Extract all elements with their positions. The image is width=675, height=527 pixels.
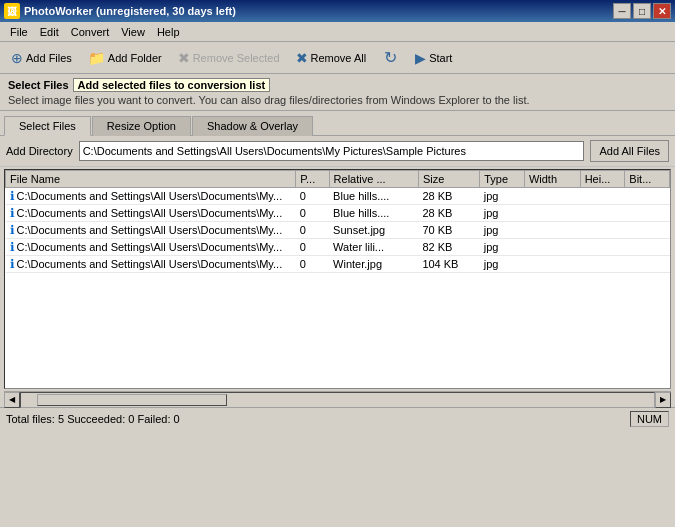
menu-edit[interactable]: Edit [34, 24, 65, 40]
cell-p-0: 0 [296, 188, 329, 205]
scrollbar-thumb[interactable] [37, 394, 227, 406]
status-bar: Total files: 5 Succeeded: 0 Failed: 0 NU… [0, 407, 675, 429]
add-all-files-button[interactable]: Add All Files [590, 140, 669, 162]
remove-selected-button[interactable]: ✖ Remove Selected [171, 45, 287, 71]
cell-filename-1: ℹC:\Documents and Settings\All Users\Doc… [6, 205, 296, 222]
toolbar: ⊕ Add Files 📁 Add Folder ✖ Remove Select… [0, 42, 675, 74]
cell-height-1 [580, 205, 625, 222]
table-row[interactable]: ℹC:\Documents and Settings\All Users\Doc… [6, 222, 670, 239]
add-files-label: Add Files [26, 52, 72, 64]
cell-width-4 [524, 256, 580, 273]
cell-height-2 [580, 222, 625, 239]
cell-size-4: 104 KB [418, 256, 479, 273]
title-text: PhotoWorker (unregistered, 30 days left) [24, 5, 236, 17]
add-folder-label: Add Folder [108, 52, 162, 64]
cell-height-4 [580, 256, 625, 273]
file-list-container: File Name P... Relative ... Size Type Wi… [4, 169, 671, 389]
cell-p-1: 0 [296, 205, 329, 222]
cell-bit-2 [625, 222, 670, 239]
menu-convert[interactable]: Convert [65, 24, 116, 40]
col-header-type[interactable]: Type [480, 171, 525, 188]
add-directory-input[interactable] [79, 141, 585, 161]
info-bar-title: Select Files Add selected files to conve… [8, 78, 667, 92]
cell-relative-2: Sunset.jpg [329, 222, 418, 239]
remove-selected-icon: ✖ [178, 50, 190, 66]
restore-button[interactable]: □ [633, 3, 651, 19]
status-text: Total files: 5 Succeeded: 0 Failed: 0 [6, 413, 180, 425]
add-folder-button[interactable]: 📁 Add Folder [81, 45, 169, 71]
scrollbar-track[interactable] [20, 392, 655, 408]
info-icon-1: ℹ [10, 206, 15, 220]
horizontal-scrollbar[interactable]: ◀ ▶ [4, 391, 671, 407]
menu-help[interactable]: Help [151, 24, 186, 40]
menu-view[interactable]: View [115, 24, 151, 40]
info-icon-0: ℹ [10, 189, 15, 203]
cell-p-4: 0 [296, 256, 329, 273]
cell-type-0: jpg [480, 188, 525, 205]
start-label: Start [429, 52, 452, 64]
col-header-width[interactable]: Width [524, 171, 580, 188]
menu-file[interactable]: File [4, 24, 34, 40]
cell-size-0: 28 KB [418, 188, 479, 205]
info-description: Select image files you want to convert. … [8, 94, 667, 106]
table-header: File Name P... Relative ... Size Type Wi… [6, 171, 670, 188]
cell-height-0 [580, 188, 625, 205]
col-header-size[interactable]: Size [418, 171, 479, 188]
scroll-right-button[interactable]: ▶ [655, 392, 671, 408]
cell-size-3: 82 KB [418, 239, 479, 256]
cell-relative-1: Blue hills.... [329, 205, 418, 222]
cell-filename-0: ℹC:\Documents and Settings\All Users\Doc… [6, 188, 296, 205]
cell-bit-3 [625, 239, 670, 256]
start-icon: ▶ [415, 50, 426, 66]
remove-all-button[interactable]: ✖ Remove All [289, 45, 374, 71]
title-bar-left: 🖼 PhotoWorker (unregistered, 30 days lef… [4, 3, 236, 19]
cell-p-3: 0 [296, 239, 329, 256]
cell-size-2: 70 KB [418, 222, 479, 239]
tab-resize-option[interactable]: Resize Option [92, 116, 191, 136]
cell-size-1: 28 KB [418, 205, 479, 222]
cell-p-2: 0 [296, 222, 329, 239]
remove-all-icon: ✖ [296, 50, 308, 66]
cell-width-2 [524, 222, 580, 239]
minimize-button[interactable]: ─ [613, 3, 631, 19]
cell-filename-4: ℹC:\Documents and Settings\All Users\Doc… [6, 256, 296, 273]
col-header-relative[interactable]: Relative ... [329, 171, 418, 188]
cell-relative-3: Water lili... [329, 239, 418, 256]
title-bar: 🖼 PhotoWorker (unregistered, 30 days lef… [0, 0, 675, 22]
add-directory-bar: Add Directory Add All Files [0, 136, 675, 167]
scroll-left-button[interactable]: ◀ [4, 392, 20, 408]
tooltip-box: Add selected files to conversion list [73, 78, 271, 92]
cell-type-3: jpg [480, 239, 525, 256]
menu-bar: File Edit Convert View Help [0, 22, 675, 42]
cell-type-2: jpg [480, 222, 525, 239]
num-lock-indicator: NUM [630, 411, 669, 427]
cell-filename-2: ℹC:\Documents and Settings\All Users\Doc… [6, 222, 296, 239]
table-row[interactable]: ℹC:\Documents and Settings\All Users\Doc… [6, 188, 670, 205]
tab-shadow-overlay[interactable]: Shadow & Overlay [192, 116, 313, 136]
cell-width-3 [524, 239, 580, 256]
col-header-height[interactable]: Hei... [580, 171, 625, 188]
info-icon-4: ℹ [10, 257, 15, 271]
table-row[interactable]: ℹC:\Documents and Settings\All Users\Doc… [6, 239, 670, 256]
title-controls: ─ □ ✕ [613, 3, 671, 19]
start-button[interactable]: ▶ Start [408, 45, 459, 71]
cell-width-1 [524, 205, 580, 222]
refresh-button[interactable]: ↻ [375, 45, 406, 71]
table-row[interactable]: ℹC:\Documents and Settings\All Users\Doc… [6, 256, 670, 273]
info-icon-3: ℹ [10, 240, 15, 254]
tab-select-files[interactable]: Select Files [4, 116, 91, 136]
cell-relative-0: Blue hills.... [329, 188, 418, 205]
add-files-icon: ⊕ [11, 50, 23, 66]
close-button[interactable]: ✕ [653, 3, 671, 19]
cell-bit-0 [625, 188, 670, 205]
col-header-p[interactable]: P... [296, 171, 329, 188]
col-header-filename[interactable]: File Name [6, 171, 296, 188]
tabs-container: Select Files Resize Option Shadow & Over… [0, 111, 675, 136]
table-body: ℹC:\Documents and Settings\All Users\Doc… [6, 188, 670, 273]
add-files-button[interactable]: ⊕ Add Files [4, 45, 79, 71]
col-header-bit[interactable]: Bit... [625, 171, 670, 188]
cell-height-3 [580, 239, 625, 256]
cell-type-1: jpg [480, 205, 525, 222]
table-row[interactable]: ℹC:\Documents and Settings\All Users\Doc… [6, 205, 670, 222]
cell-bit-1 [625, 205, 670, 222]
